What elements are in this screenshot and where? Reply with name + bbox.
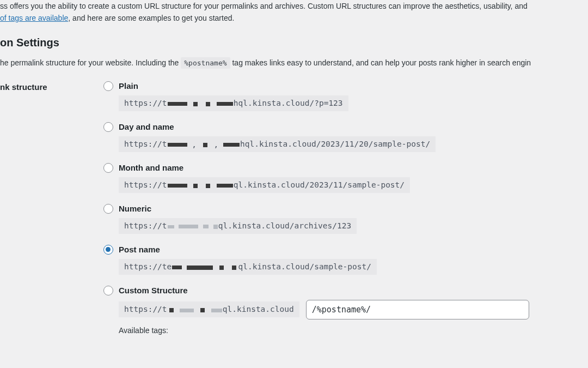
label-month-name: Month and name: [119, 163, 183, 172]
option-post-name-head[interactable]: Post name: [103, 245, 588, 255]
intro-text-before: ss offers you the ability to create a cu…: [0, 2, 528, 10]
radio-day-name[interactable]: [103, 122, 113, 132]
redacted-domain: [168, 181, 233, 190]
option-day-name-head[interactable]: Day and name: [103, 122, 588, 132]
redacted-domain: [168, 222, 218, 231]
option-custom-head[interactable]: Custom Structure: [103, 286, 588, 295]
option-numeric: Numeric https://t ql.kinsta.cloud/archiv…: [103, 204, 588, 234]
postname-tag-code: %postname%: [181, 57, 230, 69]
section-description: he permalink structure for your website.…: [0, 57, 588, 69]
permalink-structure-row: nk structure Plain https://t hql.kinsta.…: [0, 81, 588, 340]
option-month-name: Month and name https://t ql.kinsta.cloud…: [103, 163, 588, 193]
option-plain: Plain https://t hql.kinsta.cloud/?p=123: [103, 81, 588, 111]
radio-numeric[interactable]: [103, 204, 113, 214]
example-day-name: https://t , , hql.kinsta.cloud/2023/11/2…: [119, 136, 436, 152]
intro-paragraph: ss offers you the ability to create a cu…: [0, 0, 588, 25]
desc-after: tag makes links easy to understand, and …: [232, 58, 531, 67]
example-month-name: https://t ql.kinsta.cloud/2023/11/sample…: [119, 177, 410, 193]
label-plain: Plain: [119, 81, 138, 91]
option-plain-head[interactable]: Plain: [103, 81, 588, 91]
option-month-name-head[interactable]: Month and name: [103, 163, 588, 173]
intro-text-after: , and here are some examples to get you …: [68, 14, 234, 22]
row-label: nk structure: [0, 81, 103, 92]
available-tags-label: Available tags:: [119, 326, 588, 335]
radio-plain[interactable]: [103, 81, 113, 91]
redacted-domain: , ,: [168, 140, 240, 149]
label-post-name: Post name: [119, 245, 160, 254]
radio-month-name[interactable]: [103, 163, 113, 173]
radio-post-name[interactable]: [103, 245, 113, 255]
option-day-name: Day and name https://t , , hql.kinsta.cl…: [103, 122, 588, 152]
radio-custom[interactable]: [103, 286, 113, 295]
example-numeric: https://t ql.kinsta.cloud/archives/123: [119, 218, 357, 234]
redacted-domain: [168, 305, 222, 314]
desc-before: he permalink structure for your website.…: [0, 58, 181, 67]
example-plain: https://t hql.kinsta.cloud/?p=123: [119, 95, 348, 111]
section-heading: on Settings: [0, 37, 588, 49]
label-custom: Custom Structure: [119, 286, 188, 295]
label-numeric: Numeric: [119, 204, 151, 213]
example-custom-base: https://t ql.kinsta.cloud: [119, 301, 299, 317]
option-custom: Custom Structure https://t ql.kinsta.clo…: [103, 286, 588, 335]
option-numeric-head[interactable]: Numeric: [103, 204, 588, 214]
redacted-domain: [168, 99, 233, 108]
permalink-options: Plain https://t hql.kinsta.cloud/?p=123 …: [103, 81, 588, 340]
redacted-domain: [172, 263, 237, 272]
option-post-name: Post name https://te ql.kinsta.cloud/sam…: [103, 245, 588, 275]
label-day-name: Day and name: [119, 122, 174, 131]
example-post-name: https://te ql.kinsta.cloud/sample-post/: [119, 259, 377, 275]
tags-available-link[interactable]: of tags are available: [0, 14, 68, 22]
custom-structure-input[interactable]: [306, 300, 529, 319]
